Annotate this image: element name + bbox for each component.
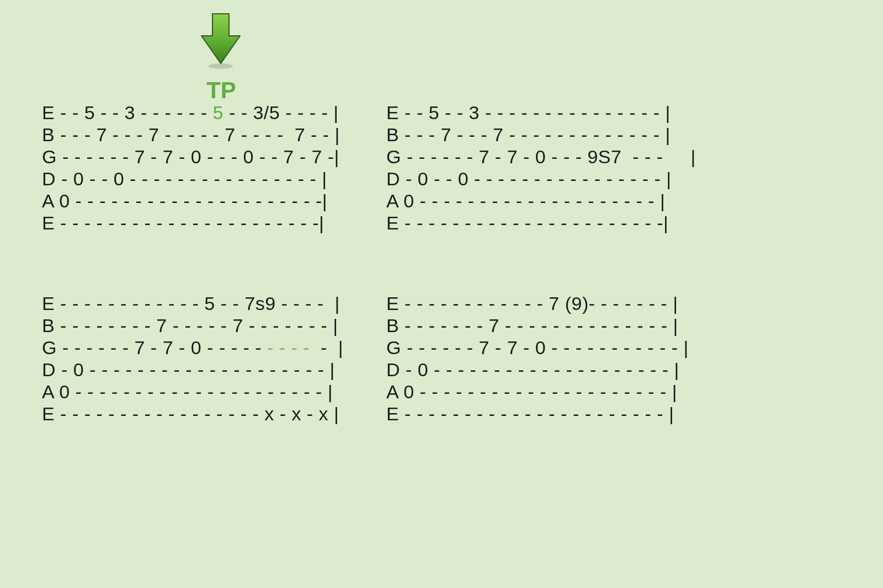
tab-line-d: D - 0 - - - - - - - - - - - - - - - - - … — [386, 359, 679, 380]
highlighted-dashes: - - - - — [262, 337, 310, 358]
tab-line-g: G - - - - - - 7 - 7 - 0 - - - - - - - - … — [386, 337, 689, 358]
highlighted-fret: 5 — [213, 102, 224, 123]
tab-line-e-lo: E - - - - - - - - - - - - - - - - - - - … — [42, 212, 324, 233]
tab-line-e-hi: E - - 5 - - 3 - - - - - - - - - - - - - … — [386, 102, 671, 123]
tab-line-e-hi: E - - 5 - - 3 - - - - - - 5 - - 3/5 - - … — [42, 102, 339, 123]
tab-line-a: A 0 - - - - - - - - - - - - - - - - - - … — [386, 381, 677, 402]
svg-point-0 — [209, 63, 233, 69]
tab-block-3: E - - - - - - - - - - - - 5 - - 7s9 - - … — [42, 292, 343, 425]
tab-line-g: G - - - - - - 7 - 7 - 0 - - - - - - - - … — [42, 337, 343, 358]
tab-line-e-hi: E - - - - - - - - - - - - 7 (9)- - - - -… — [386, 293, 678, 314]
tab-line-b: B - - - 7 - - - 7 - - - - - 7 - - - - 7 … — [42, 124, 340, 145]
tab-block-2: E - - 5 - - 3 - - - - - - - - - - - - - … — [386, 101, 696, 234]
thumb-pick-label: TP — [206, 77, 236, 104]
tab-line-e-hi: E - - - - - - - - - - - - 5 - - 7s9 - - … — [42, 293, 340, 314]
tab-canvas: TP E - - 5 - - 3 - - - - - - 5 - - 3/5 -… — [0, 0, 883, 588]
down-arrow-icon — [199, 11, 243, 72]
tab-line-e-lo: E - - - - - - - - - - - - - - - - - - - … — [386, 403, 674, 424]
tab-line-b: B - - - 7 - - - 7 - - - - - - - - - - - … — [386, 124, 671, 145]
tab-line-d: D - 0 - - 0 - - - - - - - - - - - - - - … — [386, 168, 672, 189]
tab-block-4: E - - - - - - - - - - - - 7 (9)- - - - -… — [386, 292, 689, 425]
tab-line-a: A 0 - - - - - - - - - - - - - - - - - - … — [42, 381, 333, 402]
tab-block-1: E - - 5 - - 3 - - - - - - 5 - - 3/5 - - … — [42, 101, 340, 234]
tab-line-a: A 0 - - - - - - - - - - - - - - - - - - … — [386, 190, 665, 211]
tab-line-e-lo: E - - - - - - - - - - - - - - - - - x - … — [42, 403, 339, 424]
tab-line-g: G - - - - - - 7 - 7 - 0 - - - 0 - - 7 - … — [42, 146, 339, 167]
tab-line-b: B - - - - - - - - 7 - - - - - 7 - - - - … — [42, 315, 338, 336]
tab-line-d: D - 0 - - - - - - - - - - - - - - - - - … — [42, 359, 335, 380]
tab-line-a: A 0 - - - - - - - - - - - - - - - - - - … — [42, 190, 327, 211]
tab-line-e-lo: E - - - - - - - - - - - - - - - - - - - … — [386, 212, 668, 233]
tab-line-g: G - - - - - - 7 - 7 - 0 - - - 9S7 - - - … — [386, 146, 696, 167]
tab-line-d: D - 0 - - 0 - - - - - - - - - - - - - - … — [42, 168, 327, 189]
tab-line-b: B - - - - - - - 7 - - - - - - - - - - - … — [386, 315, 678, 336]
